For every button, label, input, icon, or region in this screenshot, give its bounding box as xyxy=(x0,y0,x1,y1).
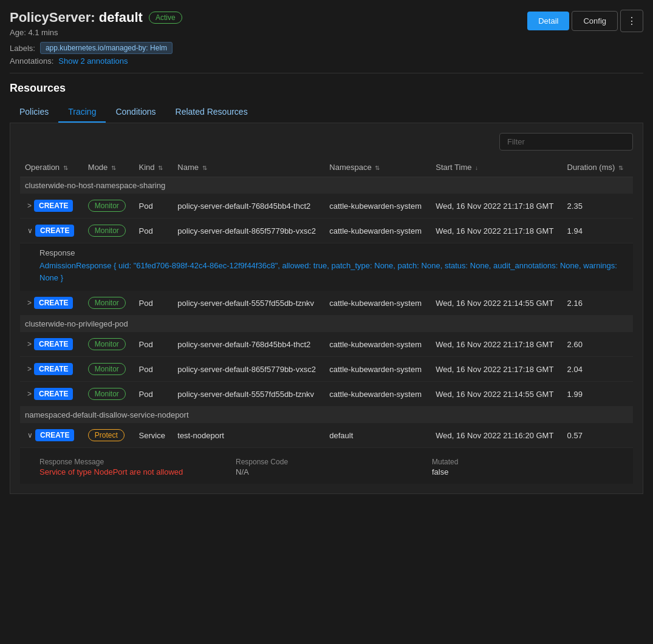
detail-button[interactable]: Detail xyxy=(527,12,569,30)
mutated-value: false xyxy=(432,467,623,476)
duration-cell: 0.57 xyxy=(562,423,633,448)
mode-badge: Monitor xyxy=(88,225,126,237)
duration-cell: 2.04 xyxy=(562,357,633,382)
detail-grid: Response MessageService of type NodePort… xyxy=(39,458,623,476)
col-header-operation: Operation ⇅ xyxy=(20,158,83,177)
expand-button[interactable]: > xyxy=(25,390,34,398)
response-code-value: N/A xyxy=(236,467,427,476)
kind-cell: Pod xyxy=(134,219,173,243)
namespace-cell: cattle-kubewarden-system xyxy=(324,382,431,407)
name-cell: policy-server-default-5557fd55db-tznkv xyxy=(173,382,324,407)
content-area: Operation ⇅ Mode ⇅ Kind ⇅ Name ⇅ xyxy=(10,123,643,494)
start-time-cell: Wed, 16 Nov 2022 21:17:18 GMT xyxy=(431,219,562,243)
table-row: >CREATEMonitorPodpolicy-server-default-7… xyxy=(20,194,633,219)
expand-button[interactable]: > xyxy=(25,202,34,210)
operation-badge: CREATE xyxy=(34,388,73,400)
kind-cell: Pod xyxy=(134,357,173,382)
sort-icon-duration: ⇅ xyxy=(618,164,623,171)
duration-cell: 2.35 xyxy=(562,194,633,219)
status-badge: Active xyxy=(149,12,182,24)
title-row: PolicyServer: default Active xyxy=(10,10,182,25)
table-row: >CREATEMonitorPodpolicy-server-default-5… xyxy=(20,382,633,407)
detail-row: ResponseAdmissionResponse { uid: "61fed7… xyxy=(20,243,633,291)
header-left: PolicyServer: default Active Age: 4.1 mi… xyxy=(10,10,182,37)
age-row: Age: 4.1 mins xyxy=(10,28,182,37)
tab-policies[interactable]: Policies xyxy=(10,102,58,123)
table-header-row: Operation ⇅ Mode ⇅ Kind ⇅ Name ⇅ xyxy=(20,158,633,177)
divider xyxy=(10,73,643,73)
kind-cell: Pod xyxy=(134,291,173,316)
start-time-cell: Wed, 16 Nov 2022 21:14:55 GMT xyxy=(431,382,562,407)
operation-badge: CREATE xyxy=(34,338,73,350)
kind-cell: Service xyxy=(134,423,173,448)
expand-button[interactable]: > xyxy=(25,365,34,373)
tabs-bar: Policies Tracing Conditions Related Reso… xyxy=(10,102,643,123)
expand-button[interactable]: ∨ xyxy=(25,431,35,439)
start-time-cell: Wed, 16 Nov 2022 21:17:18 GMT xyxy=(431,357,562,382)
config-button[interactable]: Config xyxy=(572,11,618,31)
sort-icon-mode: ⇅ xyxy=(111,164,116,171)
response-value: AdmissionResponse { uid: "61fed706-898f-… xyxy=(39,260,623,283)
namespace-cell: cattle-kubewarden-system xyxy=(324,291,431,316)
operation-badge: CREATE xyxy=(34,297,73,309)
table-row: ∨CREATEMonitorPodpolicy-server-default-8… xyxy=(20,219,633,243)
name-cell: policy-server-default-5557fd55db-tznkv xyxy=(173,291,324,316)
tab-tracing[interactable]: Tracing xyxy=(58,102,106,123)
col-header-mode: Mode ⇅ xyxy=(83,158,134,177)
name-cell: policy-server-default-865f5779bb-vxsc2 xyxy=(173,357,324,382)
sort-icon-namespace: ⇅ xyxy=(375,164,380,171)
tab-conditions[interactable]: Conditions xyxy=(106,102,165,123)
mode-badge: Monitor xyxy=(88,338,126,350)
group-header-row: clusterwide-no-privileged-pod xyxy=(20,316,633,333)
table-row: >CREATEMonitorPodpolicy-server-default-5… xyxy=(20,291,633,316)
mode-badge: Monitor xyxy=(88,297,126,309)
duration-cell: 1.99 xyxy=(562,382,633,407)
mode-badge: Protect xyxy=(88,429,125,441)
col-header-start-time: Start Time ↓ xyxy=(431,158,562,177)
namespace-cell: cattle-kubewarden-system xyxy=(324,219,431,243)
sort-icon-name: ⇅ xyxy=(202,164,207,171)
table-row: >CREATEMonitorPodpolicy-server-default-7… xyxy=(20,332,633,357)
more-button[interactable]: ⋮ xyxy=(620,10,643,32)
sort-icon-start-time: ↓ xyxy=(475,164,478,171)
kind-cell: Pod xyxy=(134,194,173,219)
expand-button[interactable]: > xyxy=(25,340,34,348)
namespace-cell: cattle-kubewarden-system xyxy=(324,194,431,219)
operation-badge: CREATE xyxy=(35,429,74,441)
duration-cell: 2.16 xyxy=(562,291,633,316)
sort-icon-operation: ⇅ xyxy=(63,164,68,171)
labels-row: Labels: app.kubernetes.io/managed-by: He… xyxy=(10,42,643,54)
mode-badge: Monitor xyxy=(88,388,126,400)
duration-cell: 1.94 xyxy=(562,219,633,243)
trace-table: Operation ⇅ Mode ⇅ Kind ⇅ Name ⇅ xyxy=(20,158,633,484)
start-time-cell: Wed, 16 Nov 2022 21:14:55 GMT xyxy=(431,291,562,316)
col-header-name: Name ⇅ xyxy=(173,158,324,177)
operation-badge: CREATE xyxy=(34,363,73,375)
filter-input[interactable] xyxy=(499,133,633,151)
expand-button[interactable]: ∨ xyxy=(25,226,35,235)
meta-section: Labels: app.kubernetes.io/managed-by: He… xyxy=(10,42,643,66)
expand-button[interactable]: > xyxy=(25,299,34,307)
tab-related-resources[interactable]: Related Resources xyxy=(166,102,258,123)
page-wrapper: PolicyServer: default Active Age: 4.1 mi… xyxy=(0,0,653,504)
mutated-item: Mutatedfalse xyxy=(432,458,623,476)
name-cell: policy-server-default-768d45bb4-thct2 xyxy=(173,332,324,357)
namespace-cell: cattle-kubewarden-system xyxy=(324,357,431,382)
duration-cell: 2.60 xyxy=(562,332,633,357)
operation-badge: CREATE xyxy=(34,200,73,212)
operation-badge: CREATE xyxy=(35,225,74,237)
namespace-cell: default xyxy=(324,423,431,448)
kind-cell: Pod xyxy=(134,382,173,407)
start-time-cell: Wed, 16 Nov 2022 21:17:18 GMT xyxy=(431,194,562,219)
header: PolicyServer: default Active Age: 4.1 mi… xyxy=(10,10,643,37)
annotations-row: Annotations: Show 2 annotations xyxy=(10,56,643,66)
start-time-cell: Wed, 16 Nov 2022 21:17:18 GMT xyxy=(431,332,562,357)
detail-row: Response MessageService of type NodePort… xyxy=(20,448,633,484)
resources-title: Resources xyxy=(10,82,643,95)
kind-cell: Pod xyxy=(134,332,173,357)
col-header-duration: Duration (ms) ⇅ xyxy=(562,158,633,177)
page-title: PolicyServer: default xyxy=(10,10,143,25)
annotations-link[interactable]: Show 2 annotations xyxy=(58,56,128,66)
response-label: Response xyxy=(39,248,623,257)
name-cell: test-nodeport xyxy=(173,423,324,448)
